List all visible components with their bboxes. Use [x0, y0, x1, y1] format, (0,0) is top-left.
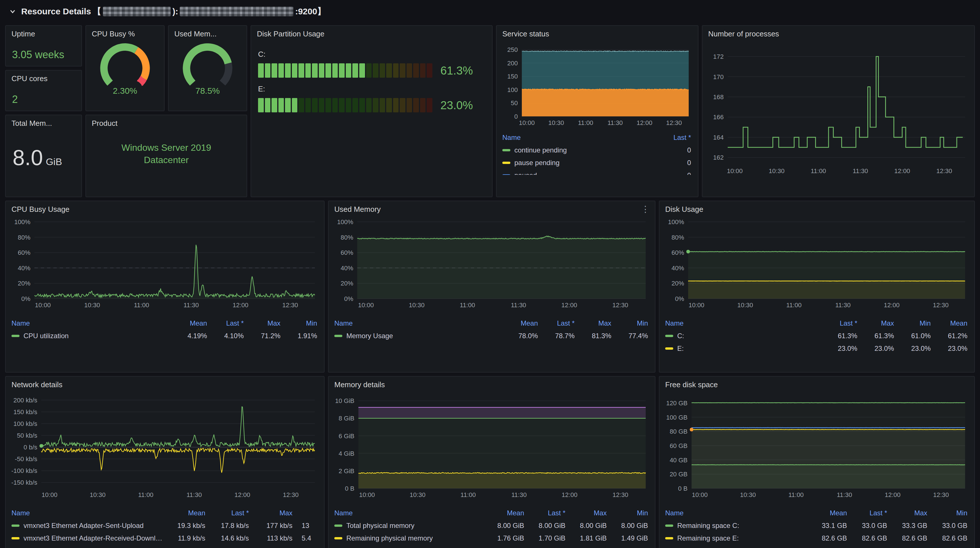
legend-value: 8.00 GiB	[484, 522, 525, 530]
panel-title[interactable]: CPU Busy %	[86, 26, 164, 42]
panel-title[interactable]: Service status	[496, 26, 698, 42]
svg-text:80%: 80%	[340, 234, 353, 241]
memory-details-chart[interactable]: 0 B2 GiB4 GiB6 GiB8 GiB10 GiB10:0010:301…	[334, 393, 649, 499]
legend-header-last-[interactable]: Last *	[539, 319, 576, 327]
legend-header-min[interactable]: Min	[895, 319, 932, 327]
led-cell	[265, 64, 270, 78]
panel-title[interactable]: Memory details	[329, 376, 655, 393]
panel-title[interactable]: Disk Usage	[659, 201, 974, 217]
panel-title[interactable]: CPU cores	[6, 70, 81, 87]
svg-text:166: 166	[713, 113, 724, 121]
processes-chart[interactable]: 16216416616817017210:0010:3011:0011:3012…	[708, 42, 969, 175]
led-cell	[278, 98, 284, 112]
series-label[interactable]: CPU utilization	[24, 332, 68, 340]
legend-header-mean[interactable]: Mean	[502, 319, 539, 327]
chart-canvas[interactable]: 0 B20 GB40 GB60 GB80 GB100 GB120 GB10:00…	[665, 393, 969, 499]
disk-usage-chart[interactable]: 0%20%40%60%80%100%10:0010:3011:0011:3012…	[665, 217, 969, 309]
legend-header-min[interactable]: Min	[612, 319, 649, 327]
legend-header-name[interactable]: Name	[665, 509, 808, 517]
service-status-chart[interactable]: 05010015020025010:0010:3011:0011:3012:00…	[502, 42, 692, 127]
legend-header-mean[interactable]: Mean	[932, 319, 969, 327]
legend-header-last-[interactable]: Last *	[822, 319, 858, 327]
network-details-chart[interactable]: 200 kb/s150 kb/s100 kb/s50 kb/s0 b/s-50 …	[11, 393, 318, 499]
legend-header-name[interactable]: Name	[502, 133, 660, 141]
svg-text:10:30: 10:30	[410, 491, 425, 499]
led-cell	[339, 98, 345, 112]
row-title[interactable]: Resource Details 【 ): :9200】	[21, 6, 326, 17]
series-label[interactable]: Remaining space C:	[677, 522, 739, 530]
panel-title[interactable]: Network details	[6, 376, 324, 393]
series-label[interactable]: pause pending	[514, 159, 559, 167]
series-label[interactable]: paused	[514, 172, 537, 175]
chart-canvas[interactable]: 0%20%40%60%80%100%10:0010:3011:0011:3012…	[665, 217, 969, 309]
legend-header-name[interactable]: Name	[334, 319, 502, 327]
legend-value: 61.3%	[822, 332, 858, 340]
series-label[interactable]: Remaining space E:	[677, 534, 739, 542]
legend-header-mean[interactable]: Mean	[163, 509, 207, 517]
svg-text:12:00: 12:00	[884, 302, 899, 309]
legend-header-max[interactable]: Max	[250, 509, 294, 517]
legend-header-max[interactable]: Max	[566, 509, 608, 517]
chevron-down-icon[interactable]	[9, 8, 16, 15]
series-label[interactable]: Memory Usage	[346, 332, 393, 340]
cpu-busy-usage-chart[interactable]: 0%20%40%60%80%100%10:0010:3011:0011:3012…	[11, 217, 318, 309]
panel-menu-icon[interactable]: ⋮	[641, 204, 650, 214]
series-label[interactable]: vmxnet3 Ethernet Adapter-Sent-Upload	[24, 522, 144, 530]
legend-header-name[interactable]: Name	[11, 319, 172, 327]
panel-title[interactable]: Disk Partition Usage	[251, 26, 492, 42]
series-label[interactable]: Remaining physical memory	[346, 534, 433, 542]
series-color-marker-icon	[665, 335, 673, 337]
panel-title[interactable]: Total Mem...	[6, 115, 81, 131]
legend-header-min[interactable]: Min	[282, 319, 318, 327]
legend-header-mean[interactable]: Mean	[808, 509, 848, 517]
svg-text:162: 162	[713, 154, 724, 161]
partition-label: E:	[258, 84, 485, 94]
legend-header-max[interactable]: Max	[888, 509, 928, 517]
legend-header-last-[interactable]: Last *	[848, 509, 888, 517]
series-label[interactable]: vmxnet3 Ethernet Adapter-Received-Downlo…	[24, 534, 163, 542]
legend-header-max[interactable]: Max	[858, 319, 895, 327]
service-status-legend: NameLast *continue pending0pause pending…	[502, 131, 692, 175]
legend-header-name[interactable]: Name	[665, 319, 822, 327]
legend-header-name[interactable]: Name	[334, 509, 484, 517]
panel-uptime: Uptime 3.05 weeks	[5, 25, 82, 67]
series-label[interactable]: C:	[677, 332, 684, 340]
legend-header-mean[interactable]: Mean	[172, 319, 208, 327]
panel-title[interactable]: CPU Busy Usage	[6, 201, 324, 217]
series-label[interactable]: Total physical memory	[346, 522, 414, 530]
legend-header-max[interactable]: Max	[576, 319, 612, 327]
chart-canvas[interactable]: 200 kb/s150 kb/s100 kb/s50 kb/s0 b/s-50 …	[11, 393, 318, 499]
panel-title[interactable]: Free disk space	[659, 376, 974, 393]
series-label[interactable]: Virtual memory	[346, 547, 393, 548]
panel-title[interactable]: Uptime	[6, 26, 81, 42]
legend-header-min[interactable]: Min	[608, 509, 649, 517]
legend-header-min[interactable]: Min	[294, 509, 325, 517]
svg-text:20%: 20%	[671, 280, 684, 287]
svg-text:8 GiB: 8 GiB	[339, 415, 355, 422]
panel-title[interactable]: Number of processes	[702, 26, 974, 42]
free-disk-space-chart[interactable]: 0 B20 GB40 GB60 GB80 GB100 GB120 GB10:00…	[665, 393, 969, 499]
chart-canvas[interactable]: 0 B2 GiB4 GiB6 GiB8 GiB10 GiB10:0010:301…	[334, 393, 649, 499]
series-label[interactable]: E:	[677, 345, 684, 353]
legend-header-last-[interactable]: Last *	[525, 509, 566, 517]
legend-header-name[interactable]: Name	[11, 509, 163, 517]
panel-title[interactable]: Used Mem...	[169, 26, 247, 42]
svg-text:11:00: 11:00	[460, 302, 475, 309]
panel-title[interactable]: Product	[86, 115, 247, 131]
series-label[interactable]: Total space C:	[677, 547, 721, 548]
legend-header-last-[interactable]: Last *	[660, 133, 692, 141]
svg-text:12:30: 12:30	[612, 302, 628, 309]
panel-cpu-busy-gauge: CPU Busy % 2.30%	[86, 25, 165, 111]
legend-header-max[interactable]: Max	[245, 319, 282, 327]
legend-header-last-[interactable]: Last *	[208, 319, 245, 327]
chart-canvas[interactable]: 0%20%40%60%80%100%10:0010:3011:0011:3012…	[334, 217, 649, 309]
legend-header-min[interactable]: Min	[928, 509, 969, 517]
legend-header-last-[interactable]: Last *	[207, 509, 250, 517]
chart-canvas[interactable]: 16216416616817017210:0010:3011:0011:3012…	[708, 42, 969, 175]
legend-header-mean[interactable]: Mean	[484, 509, 525, 517]
panel-title[interactable]: Used Memory	[329, 201, 655, 217]
chart-canvas[interactable]: 0%20%40%60%80%100%10:0010:3011:0011:3012…	[11, 217, 318, 309]
chart-canvas[interactable]: 05010015020025010:0010:3011:0011:3012:00…	[502, 42, 692, 127]
series-label[interactable]: continue pending	[514, 146, 567, 154]
used-memory-chart[interactable]: 0%20%40%60%80%100%10:0010:3011:0011:3012…	[334, 217, 649, 309]
